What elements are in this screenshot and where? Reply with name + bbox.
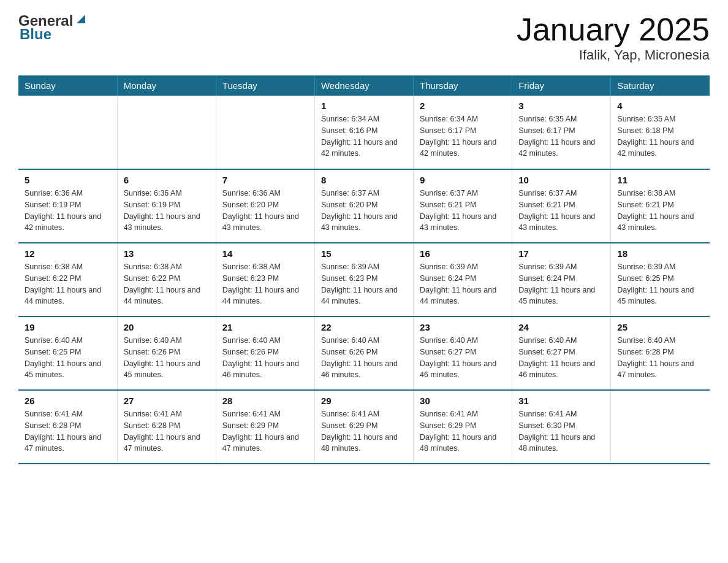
calendar-cell: 25Sunrise: 6:40 AMSunset: 6:28 PMDayligh…	[611, 316, 710, 390]
sun-info: Sunrise: 6:38 AMSunset: 6:22 PMDaylight:…	[25, 261, 111, 307]
day-number: 31	[518, 396, 604, 406]
sun-info: Sunrise: 6:39 AMSunset: 6:23 PMDaylight:…	[321, 261, 407, 307]
calendar-cell: 28Sunrise: 6:41 AMSunset: 6:29 PMDayligh…	[216, 390, 314, 464]
calendar-cell: 13Sunrise: 6:38 AMSunset: 6:22 PMDayligh…	[117, 243, 216, 316]
sun-info: Sunrise: 6:41 AMSunset: 6:30 PMDaylight:…	[518, 408, 604, 454]
header-sunday: Sunday	[18, 75, 117, 96]
sun-info: Sunrise: 6:40 AMSunset: 6:27 PMDaylight:…	[420, 335, 506, 381]
day-number: 5	[25, 175, 111, 185]
calendar-cell: 20Sunrise: 6:40 AMSunset: 6:26 PMDayligh…	[117, 316, 216, 390]
header-monday: Monday	[117, 75, 216, 96]
calendar-cell: 22Sunrise: 6:40 AMSunset: 6:26 PMDayligh…	[314, 316, 413, 390]
calendar-cell: 11Sunrise: 6:38 AMSunset: 6:21 PMDayligh…	[611, 169, 710, 243]
sun-info: Sunrise: 6:40 AMSunset: 6:25 PMDaylight:…	[25, 335, 111, 381]
day-number: 4	[617, 101, 703, 111]
day-number: 3	[518, 101, 604, 111]
calendar-cell: 21Sunrise: 6:40 AMSunset: 6:26 PMDayligh…	[216, 316, 314, 390]
calendar-cell: 9Sunrise: 6:37 AMSunset: 6:21 PMDaylight…	[414, 169, 512, 243]
sun-info: Sunrise: 6:36 AMSunset: 6:20 PMDaylight:…	[222, 188, 308, 234]
day-number: 7	[222, 175, 308, 185]
calendar-cell: 10Sunrise: 6:37 AMSunset: 6:21 PMDayligh…	[512, 169, 611, 243]
day-number: 14	[222, 248, 308, 259]
calendar-cell: 24Sunrise: 6:40 AMSunset: 6:27 PMDayligh…	[512, 316, 611, 390]
sun-info: Sunrise: 6:41 AMSunset: 6:29 PMDaylight:…	[420, 408, 506, 454]
day-number: 21	[222, 322, 308, 332]
logo: General Blue	[18, 12, 88, 43]
day-number: 26	[25, 396, 111, 406]
calendar-cell: 18Sunrise: 6:39 AMSunset: 6:25 PMDayligh…	[611, 243, 710, 316]
day-number: 6	[124, 175, 210, 185]
calendar-cell: 3Sunrise: 6:35 AMSunset: 6:17 PMDaylight…	[512, 96, 611, 169]
calendar-cell: 1Sunrise: 6:34 AMSunset: 6:16 PMDaylight…	[314, 96, 413, 169]
calendar-cell: 26Sunrise: 6:41 AMSunset: 6:28 PMDayligh…	[18, 390, 117, 464]
day-number: 15	[321, 248, 407, 259]
svg-marker-0	[77, 15, 85, 23]
calendar-cell: 4Sunrise: 6:35 AMSunset: 6:18 PMDaylight…	[611, 96, 710, 169]
day-number: 17	[518, 248, 604, 259]
header-row: SundayMondayTuesdayWednesdayThursdayFrid…	[18, 75, 710, 96]
day-number: 20	[124, 322, 210, 332]
calendar-cell	[611, 390, 710, 464]
sun-info: Sunrise: 6:41 AMSunset: 6:28 PMDaylight:…	[124, 408, 210, 454]
sun-info: Sunrise: 6:38 AMSunset: 6:21 PMDaylight:…	[617, 188, 703, 234]
day-number: 23	[420, 322, 506, 332]
day-number: 28	[222, 396, 308, 406]
calendar-cell: 2Sunrise: 6:34 AMSunset: 6:17 PMDaylight…	[414, 96, 512, 169]
sun-info: Sunrise: 6:40 AMSunset: 6:26 PMDaylight:…	[222, 335, 308, 381]
calendar-cell: 15Sunrise: 6:39 AMSunset: 6:23 PMDayligh…	[314, 243, 413, 316]
sun-info: Sunrise: 6:36 AMSunset: 6:19 PMDaylight:…	[25, 188, 111, 234]
day-number: 1	[321, 101, 407, 111]
day-number: 11	[617, 175, 703, 185]
day-number: 2	[420, 101, 506, 111]
sun-info: Sunrise: 6:34 AMSunset: 6:16 PMDaylight:…	[321, 113, 407, 159]
day-number: 10	[518, 175, 604, 185]
sun-info: Sunrise: 6:40 AMSunset: 6:27 PMDaylight:…	[518, 335, 604, 381]
calendar-cell: 29Sunrise: 6:41 AMSunset: 6:29 PMDayligh…	[314, 390, 413, 464]
sun-info: Sunrise: 6:41 AMSunset: 6:28 PMDaylight:…	[25, 408, 111, 454]
calendar-cell: 6Sunrise: 6:36 AMSunset: 6:19 PMDaylight…	[117, 169, 216, 243]
calendar-row-3: 12Sunrise: 6:38 AMSunset: 6:22 PMDayligh…	[18, 243, 710, 316]
day-number: 25	[617, 322, 703, 332]
calendar-cell	[117, 96, 216, 169]
calendar-cell: 8Sunrise: 6:37 AMSunset: 6:20 PMDaylight…	[314, 169, 413, 243]
title-block: January 2025 Ifalik, Yap, Micronesia	[517, 12, 710, 63]
sun-info: Sunrise: 6:37 AMSunset: 6:21 PMDaylight:…	[518, 188, 604, 234]
logo-triangle-icon	[74, 12, 88, 28]
sun-info: Sunrise: 6:34 AMSunset: 6:17 PMDaylight:…	[420, 113, 506, 159]
sun-info: Sunrise: 6:38 AMSunset: 6:23 PMDaylight:…	[222, 261, 308, 307]
calendar-cell: 14Sunrise: 6:38 AMSunset: 6:23 PMDayligh…	[216, 243, 314, 316]
sun-info: Sunrise: 6:40 AMSunset: 6:26 PMDaylight:…	[321, 335, 407, 381]
header-thursday: Thursday	[414, 75, 512, 96]
day-number: 22	[321, 322, 407, 332]
day-number: 30	[420, 396, 506, 406]
sun-info: Sunrise: 6:41 AMSunset: 6:29 PMDaylight:…	[321, 408, 407, 454]
calendar-cell: 23Sunrise: 6:40 AMSunset: 6:27 PMDayligh…	[414, 316, 512, 390]
day-number: 9	[420, 175, 506, 185]
day-number: 12	[25, 248, 111, 259]
sun-info: Sunrise: 6:35 AMSunset: 6:17 PMDaylight:…	[518, 113, 604, 159]
header-wednesday: Wednesday	[314, 75, 413, 96]
day-number: 16	[420, 248, 506, 259]
calendar-row-5: 26Sunrise: 6:41 AMSunset: 6:28 PMDayligh…	[18, 390, 710, 464]
day-number: 24	[518, 322, 604, 332]
calendar-cell: 19Sunrise: 6:40 AMSunset: 6:25 PMDayligh…	[18, 316, 117, 390]
calendar-cell	[18, 96, 117, 169]
day-number: 18	[617, 248, 703, 259]
day-number: 8	[321, 175, 407, 185]
sun-info: Sunrise: 6:37 AMSunset: 6:21 PMDaylight:…	[420, 188, 506, 234]
sun-info: Sunrise: 6:39 AMSunset: 6:25 PMDaylight:…	[617, 261, 703, 307]
sun-info: Sunrise: 6:40 AMSunset: 6:26 PMDaylight:…	[124, 335, 210, 381]
page-title: January 2025	[517, 12, 710, 47]
sun-info: Sunrise: 6:39 AMSunset: 6:24 PMDaylight:…	[420, 261, 506, 307]
page-header: General Blue January 2025 Ifalik, Yap, M…	[18, 12, 710, 63]
day-number: 13	[124, 248, 210, 259]
calendar-cell	[216, 96, 314, 169]
calendar-cell: 17Sunrise: 6:39 AMSunset: 6:24 PMDayligh…	[512, 243, 611, 316]
logo-blue-text: Blue	[20, 26, 51, 43]
calendar-cell: 5Sunrise: 6:36 AMSunset: 6:19 PMDaylight…	[18, 169, 117, 243]
header-saturday: Saturday	[611, 75, 710, 96]
sun-info: Sunrise: 6:40 AMSunset: 6:28 PMDaylight:…	[617, 335, 703, 381]
header-tuesday: Tuesday	[216, 75, 314, 96]
day-number: 27	[124, 396, 210, 406]
sun-info: Sunrise: 6:37 AMSunset: 6:20 PMDaylight:…	[321, 188, 407, 234]
